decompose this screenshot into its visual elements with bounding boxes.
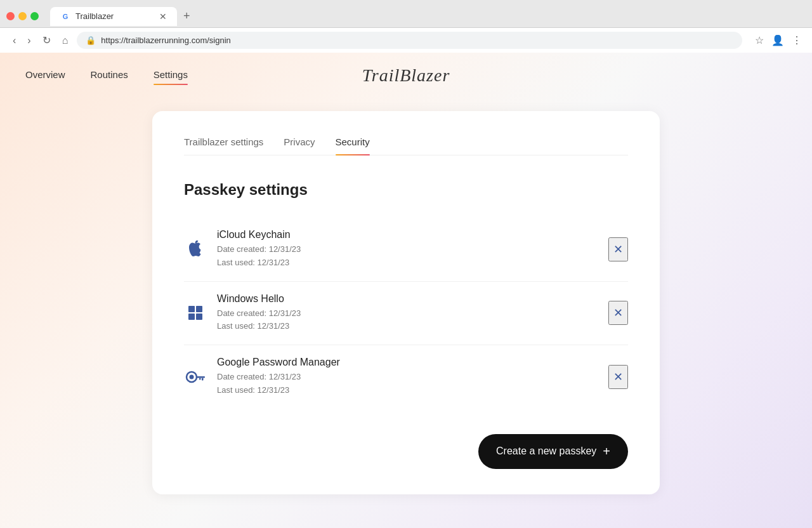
apple-icon (184, 238, 207, 261)
passkey-info-icloud: iCloud Keychain Date created: 12/31/23 L… (217, 229, 598, 270)
tab-privacy[interactable]: Privacy (284, 136, 315, 155)
tab-security[interactable]: Security (336, 136, 370, 155)
profile-icon[interactable]: 👤 (771, 34, 784, 46)
passkey-name-google: Google Password Manager (217, 357, 598, 368)
url-text: https://trailblazerrunning.com/signin (101, 36, 733, 45)
delete-windows-button[interactable]: ✕ (608, 301, 628, 325)
traffic-light-green[interactable] (30, 12, 39, 20)
bookmark-icon[interactable]: ☆ (755, 34, 764, 46)
plus-icon: + (603, 444, 610, 459)
svg-rect-2 (196, 376, 205, 378)
nav-overview[interactable]: Overview (25, 69, 65, 82)
refresh-button[interactable]: ↻ (40, 32, 53, 49)
key-icon (184, 366, 207, 388)
lock-icon: 🔒 (86, 36, 96, 45)
address-bar: ‹ › ↻ ⌂ 🔒 https://trailblazerrunning.com… (0, 27, 812, 53)
passkey-meta-google: Date created: 12/31/23 Last used: 12/31/… (217, 371, 598, 397)
tab-trailblazer-settings[interactable]: Trailblazer settings (184, 136, 263, 155)
top-nav: Overview Routines Settings TrailBlazer (0, 53, 812, 98)
svg-rect-3 (202, 378, 204, 380)
windows-icon (184, 301, 207, 324)
tab-close-button[interactable]: ✕ (159, 11, 167, 22)
delete-icloud-button[interactable]: ✕ (608, 237, 628, 261)
home-button[interactable]: ⌂ (60, 32, 71, 49)
main-card: Trailblazer settings Privacy Security Pa… (152, 111, 660, 494)
settings-tabs: Trailblazer settings Privacy Security (184, 136, 628, 155)
browser-tab[interactable]: G Trailblazer ✕ (50, 7, 177, 26)
passkey-info-google: Google Password Manager Date created: 12… (217, 357, 598, 397)
passkey-meta-icloud: Date created: 12/31/23 Last used: 12/31/… (217, 243, 598, 270)
google-favicon: G (60, 11, 70, 22)
passkey-list: iCloud Keychain Date created: 12/31/23 L… (184, 218, 628, 409)
passkey-item-google: Google Password Manager Date created: 12… (184, 345, 628, 409)
new-tab-button[interactable]: + (177, 5, 197, 27)
nav-routines[interactable]: Routines (91, 69, 128, 82)
passkey-name-windows: Windows Hello (217, 293, 598, 305)
passkey-name-icloud: iCloud Keychain (217, 229, 598, 241)
tab-title: Trailblazer (75, 11, 114, 21)
forward-button[interactable]: › (25, 32, 33, 49)
svg-rect-4 (199, 378, 201, 380)
create-passkey-button[interactable]: Create a new passkey + (478, 434, 628, 469)
logo: TrailBlazer (362, 65, 450, 86)
traffic-light-red[interactable] (6, 12, 15, 20)
nav-settings[interactable]: Settings (154, 69, 188, 82)
traffic-light-yellow[interactable] (18, 12, 27, 20)
passkey-meta-windows: Date created: 12/31/23 Last used: 12/31/… (217, 307, 598, 334)
passkey-info-windows: Windows Hello Date created: 12/31/23 Las… (217, 293, 598, 334)
section-title: Passkey settings (184, 181, 628, 199)
url-input[interactable]: 🔒 https://trailblazerrunning.com/signin (77, 32, 742, 49)
create-btn-container: Create a new passkey + (184, 434, 628, 469)
create-passkey-label: Create a new passkey (496, 446, 596, 457)
menu-icon[interactable]: ⋮ (792, 34, 802, 46)
passkey-item-icloud: iCloud Keychain Date created: 12/31/23 L… (184, 218, 628, 282)
back-button[interactable]: ‹ (10, 32, 18, 49)
passkey-item-windows: Windows Hello Date created: 12/31/23 Las… (184, 282, 628, 346)
delete-google-button[interactable]: ✕ (608, 365, 628, 389)
svg-point-1 (190, 374, 194, 379)
